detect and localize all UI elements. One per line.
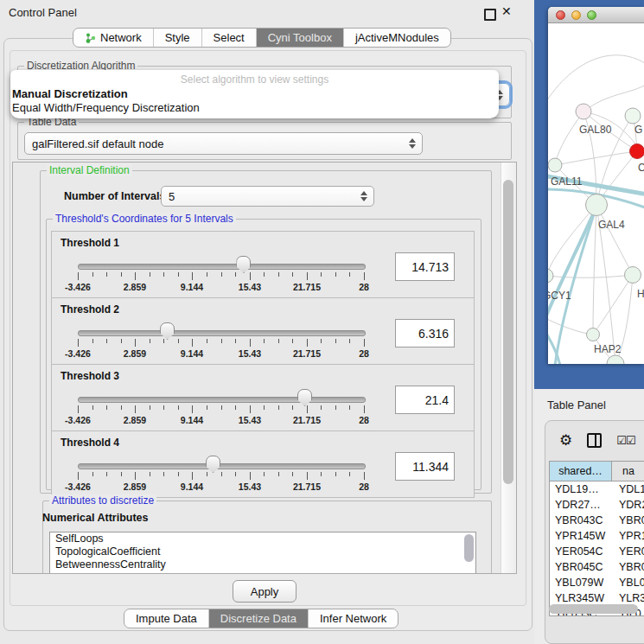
threshold-1-slider-thumb[interactable] [236, 256, 251, 273]
threshold-3-slider-track[interactable] [78, 397, 366, 403]
dropdown-option-manual-discretization[interactable]: Manual Discretization [10, 87, 499, 101]
table-row[interactable]: YBL079WYBL0 [550, 575, 644, 590]
tick-label: 15.43 [239, 481, 261, 492]
threshold-2-value-field[interactable]: 6.316 [395, 319, 455, 348]
zoom-traffic-light-icon[interactable] [587, 10, 596, 20]
tick-label: 9.144 [181, 481, 203, 492]
tick-label: 15.43 [239, 282, 261, 292]
select-columns-checkboxes-icon[interactable]: ☑☑ [616, 434, 634, 447]
form-scrollbar-thumb[interactable] [503, 180, 513, 484]
table-horizontal-scrollbar[interactable] [549, 604, 638, 614]
threshold-2-slider-thumb[interactable] [160, 322, 175, 340]
form-scrollbar-track[interactable] [501, 163, 516, 573]
node-hap2[interactable] [587, 328, 600, 341]
threshold-1-slider-track[interactable] [78, 264, 366, 270]
list-item[interactable]: BetweennessCentrality [50, 558, 475, 571]
threshold-4-slider-track[interactable] [78, 463, 366, 469]
tab-select[interactable]: Select [201, 29, 256, 47]
threshold-4-label: Threshold 4 [61, 437, 119, 449]
tick-label: -3.426 [65, 348, 91, 359]
node-g[interactable] [625, 108, 641, 124]
table-data-combobox[interactable]: galFiltered.sif default node [24, 132, 423, 155]
threshold-3-label: Threshold 3 [61, 370, 119, 382]
cell-shared-name[interactable]: YDR27… [550, 497, 612, 513]
threshold-2-label: Threshold 2 [61, 303, 119, 316]
threshold-3-slider-thumb[interactable] [297, 389, 312, 406]
tab-impute-data[interactable]: Impute Data [124, 609, 208, 628]
number-of-intervals-combobox[interactable]: 5 [161, 186, 374, 207]
table-panel-toolbar: ⚙ ☑☑ [545, 421, 644, 459]
float-window-icon[interactable] [484, 9, 496, 21]
cell-name[interactable]: YBR0 [612, 559, 644, 575]
table-row[interactable]: YDL19…YDL1 [550, 481, 644, 497]
split-columns-icon[interactable] [587, 433, 602, 448]
cell-shared-name[interactable]: YBR043C [550, 513, 612, 528]
tab-cyni-toolbox[interactable]: Cyni Toolbox [256, 29, 343, 47]
node-gal4[interactable] [586, 194, 608, 216]
close-traffic-light-icon[interactable] [556, 10, 565, 20]
tab-style[interactable]: Style [153, 29, 201, 47]
numerical-attributes-list[interactable]: SelfLoops TopologicalCoefficient Between… [49, 532, 476, 574]
table-row[interactable]: YDR27…YDR2 [550, 497, 644, 513]
cell-name[interactable]: YDL1 [612, 481, 644, 497]
tab-network[interactable]: Network [73, 29, 153, 47]
cell-shared-name[interactable]: YBR045C [550, 559, 612, 575]
column-header-name[interactable]: na [612, 462, 644, 481]
node-gcy1[interactable] [548, 269, 553, 283]
tick-label: 15.43 [239, 415, 261, 425]
tick-label: 2.859 [124, 348, 146, 359]
tick-label: 21.715 [293, 481, 321, 492]
threshold-3-value-field[interactable]: 21.4 [395, 386, 455, 414]
cell-name[interactable]: YER0 [612, 544, 644, 559]
combo-stepper-icon [409, 138, 416, 149]
node-gal11[interactable] [548, 158, 562, 172]
threshold-4-slider-thumb[interactable] [206, 456, 220, 473]
dropdown-placeholder-option[interactable]: Select algorithm to view settings [10, 73, 499, 87]
node-gal80[interactable] [576, 104, 591, 119]
tab-discretize-data[interactable]: Discretize Data [208, 609, 308, 628]
apply-button[interactable]: Apply [233, 580, 296, 603]
cell-shared-name[interactable]: YER054C [550, 544, 612, 559]
table-row[interactable]: YER054CYER0 [550, 544, 644, 559]
node-red-selected[interactable] [630, 144, 644, 159]
cyni-mode-tabs: Impute Data Discretize Data Infer Networ… [124, 609, 399, 628]
threshold-2-slider-track[interactable] [78, 330, 366, 336]
tab-label: Select [214, 31, 245, 44]
threshold-3-panel: Threshold 3 -3.426 2.859 9.144 15.43 21.… [51, 364, 475, 431]
cell-name[interactable]: YDR2 [612, 497, 644, 513]
cell-shared-name[interactable]: YPR145W [550, 528, 612, 544]
threshold-1-value-field[interactable]: 14.713 [395, 252, 455, 281]
column-header-shared-name[interactable]: shared… [550, 462, 612, 481]
network-graph-canvas[interactable]: GAL80 G C GAL11 GAL4 GCY1 H HAP2 [548, 23, 644, 364]
attributes-list-scrollbar[interactable] [464, 534, 474, 562]
dropdown-option-equal-width-frequency[interactable]: Equal Width/Frequency Discretization [10, 101, 499, 115]
close-icon[interactable]: ✕ [501, 4, 512, 18]
tab-infer-network[interactable]: Infer Network [308, 609, 398, 628]
node-bottom-cut[interactable] [607, 355, 624, 364]
list-item[interactable]: SelfLoops [50, 532, 475, 545]
numerical-attributes-label: Numerical Attributes [42, 512, 148, 524]
cell-shared-name[interactable]: YBL079W [550, 575, 612, 590]
network-icon [85, 32, 96, 44]
network-window-titlebar[interactable] [548, 7, 644, 23]
table-settings-gear-icon[interactable]: ⚙ [559, 433, 572, 448]
network-view-window[interactable]: GAL80 G C GAL11 GAL4 GCY1 H HAP2 [548, 7, 644, 364]
cell-shared-name[interactable]: YDL19… [550, 481, 612, 497]
tab-jactivemnodules[interactable]: jActiveMNodules [343, 29, 450, 47]
node-table[interactable]: shared… na YDL19…YDL1 YDR27…YDR2 YBR043C… [549, 461, 644, 616]
tick-label: 2.859 [124, 481, 146, 492]
cell-name[interactable]: YBR0 [612, 513, 644, 528]
list-item[interactable]: TopologicalCoefficient [50, 545, 475, 558]
node-h[interactable] [625, 267, 641, 284]
threshold-4-value-field[interactable]: 11.344 [395, 452, 455, 481]
tab-label: Network [100, 31, 142, 44]
table-row[interactable]: YBR045CYBR0 [550, 559, 644, 575]
minimize-traffic-light-icon[interactable] [571, 10, 581, 20]
control-panel: Control Panel ✕ Network Style Select Cyn… [0, 0, 538, 644]
table-row[interactable]: YPR145WYPR1 [550, 528, 644, 544]
number-of-intervals-value: 5 [169, 190, 175, 203]
cell-name[interactable]: YPR1 [612, 528, 644, 544]
cell-name[interactable]: YBL0 [612, 575, 644, 590]
tick-label: 28 [359, 282, 369, 292]
table-row[interactable]: YBR043CYBR0 [550, 513, 644, 528]
